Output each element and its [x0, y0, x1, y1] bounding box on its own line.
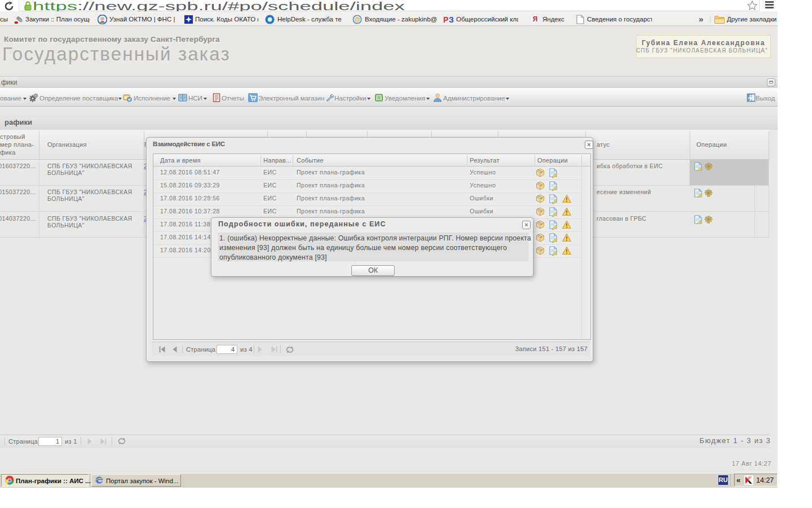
svg-text:Я: Я [533, 15, 538, 23]
svg-text:Р: Р [443, 15, 448, 24]
svg-text:@: @ [354, 16, 360, 23]
svg-text:З: З [449, 15, 454, 24]
